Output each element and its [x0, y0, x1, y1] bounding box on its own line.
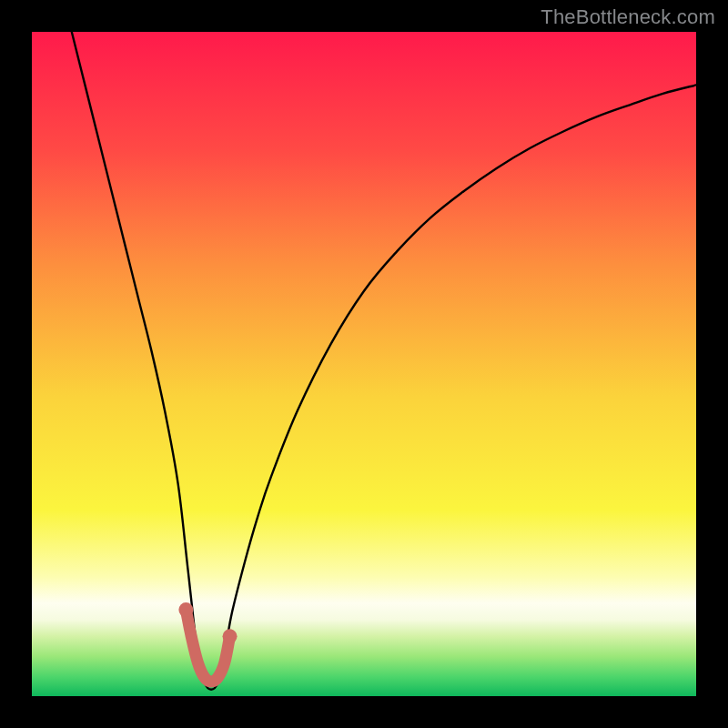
- curves-layer: [32, 32, 696, 696]
- highlight-valley: [186, 610, 229, 682]
- chart-frame: TheBottleneck.com: [0, 0, 728, 728]
- plot-area: [32, 32, 696, 696]
- highlight-end-dot: [223, 629, 238, 643]
- watermark-text: TheBottleneck.com: [541, 5, 715, 29]
- bottleneck-curve: [72, 32, 696, 690]
- highlight-end-dot: [178, 602, 193, 617]
